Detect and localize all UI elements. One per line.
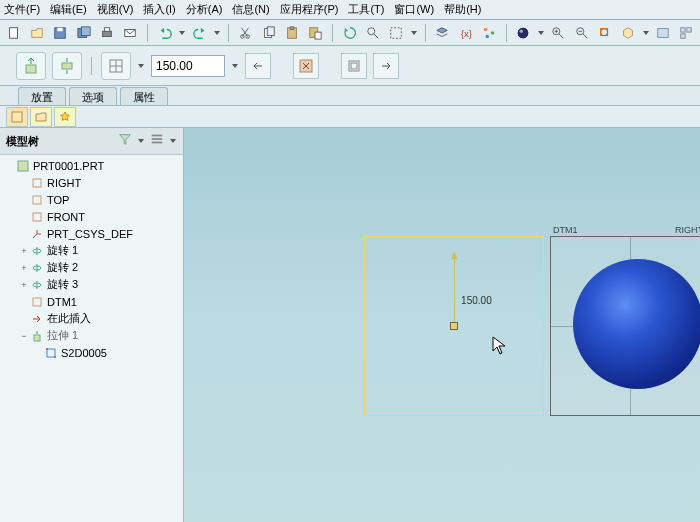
- depth-value-input[interactable]: [151, 55, 225, 77]
- tree-extrude-1[interactable]: −拉伸 1: [0, 327, 183, 344]
- model-tree-tab[interactable]: [6, 107, 28, 127]
- svg-rect-41: [152, 138, 163, 140]
- email-icon[interactable]: [121, 23, 140, 43]
- favorites-tab[interactable]: [54, 107, 76, 127]
- menu-insert[interactable]: 插入(I): [143, 2, 175, 17]
- svg-rect-46: [33, 213, 41, 221]
- svg-rect-43: [18, 161, 28, 171]
- svg-rect-34: [62, 63, 72, 69]
- depth-dropdown[interactable]: [137, 56, 145, 76]
- tree-filter-icon[interactable]: [117, 131, 133, 147]
- tab-options[interactable]: 选项: [69, 87, 117, 105]
- graphics-area[interactable]: 150.00 DTM1 RIGHT: [184, 128, 700, 522]
- menu-analyze[interactable]: 分析(A): [186, 2, 223, 17]
- cut-icon[interactable]: [236, 23, 255, 43]
- tree-filter-dropdown[interactable]: [137, 131, 145, 151]
- extrude-both-icon[interactable]: [52, 52, 82, 80]
- undo-dropdown[interactable]: [178, 23, 186, 43]
- remove-material-icon[interactable]: [293, 53, 319, 79]
- open-file-icon[interactable]: [27, 23, 46, 43]
- flip-direction-icon[interactable]: [245, 53, 271, 79]
- menu-info[interactable]: 信息(N): [232, 2, 269, 17]
- main-toolbar: {x}: [0, 20, 700, 46]
- svg-point-21: [485, 34, 489, 38]
- thicken-icon[interactable]: [341, 53, 367, 79]
- menu-window[interactable]: 窗口(W): [394, 2, 434, 17]
- tree-revolve-2[interactable]: +旋转 2: [0, 259, 183, 276]
- copy-icon[interactable]: [259, 23, 278, 43]
- zoom-fit-icon[interactable]: [595, 23, 614, 43]
- menu-view[interactable]: 视图(V): [97, 2, 134, 17]
- menu-tools[interactable]: 工具(T): [348, 2, 384, 17]
- tree-datum-top[interactable]: TOP: [0, 191, 183, 208]
- folder-browser-tab[interactable]: [30, 107, 52, 127]
- tree-csys[interactable]: PRT_CSYS_DEF: [0, 225, 183, 242]
- svg-rect-2: [58, 27, 63, 31]
- svg-rect-51: [34, 335, 40, 341]
- model-tree-panel: 模型树 PRT0001.PRT RIGHT TOP FRONT PRT_CSYS…: [0, 128, 184, 522]
- layers-icon[interactable]: [433, 23, 452, 43]
- svg-rect-45: [33, 196, 41, 204]
- print-icon[interactable]: [97, 23, 116, 43]
- saved-views-icon[interactable]: [653, 23, 672, 43]
- tree-dtm1[interactable]: DTM1: [0, 293, 183, 310]
- redo-icon[interactable]: [190, 23, 209, 43]
- revolve-icon: [30, 261, 44, 275]
- svg-rect-30: [681, 27, 685, 31]
- tab-placement[interactable]: 放置: [18, 87, 66, 105]
- tree-sketch[interactable]: S2D0005: [0, 344, 183, 361]
- menu-help[interactable]: 帮助(H): [444, 2, 481, 17]
- zoom-in-icon[interactable]: [549, 23, 568, 43]
- tree-root[interactable]: PRT0001.PRT: [0, 157, 183, 174]
- tree-revolve-1[interactable]: +旋转 1: [0, 242, 183, 259]
- menu-apps[interactable]: 应用程序(P): [280, 2, 339, 17]
- separator: [147, 24, 148, 42]
- tab-properties[interactable]: 属性: [120, 87, 168, 105]
- depth-option-icon[interactable]: [101, 52, 131, 80]
- parameters-icon[interactable]: [479, 23, 498, 43]
- tree-datum-front[interactable]: FRONT: [0, 208, 183, 225]
- depth-value-dropdown[interactable]: [231, 56, 239, 76]
- zoom-out-icon[interactable]: [572, 23, 591, 43]
- orient-icon[interactable]: [618, 23, 637, 43]
- orient-dropdown[interactable]: [642, 23, 650, 43]
- svg-rect-29: [658, 28, 669, 37]
- save-copy-icon[interactable]: [74, 23, 93, 43]
- svg-point-27: [600, 28, 607, 35]
- flip-thicken-icon[interactable]: [373, 53, 399, 79]
- redo-dropdown[interactable]: [213, 23, 221, 43]
- svg-rect-13: [290, 26, 294, 29]
- dimension-value[interactable]: 150.00: [461, 295, 492, 306]
- svg-rect-5: [103, 31, 112, 36]
- paste-special-icon[interactable]: [306, 23, 325, 43]
- tree-settings-dropdown[interactable]: [169, 131, 177, 151]
- model-preview-window: DTM1 RIGHT: [550, 236, 700, 416]
- new-file-icon[interactable]: [4, 23, 23, 43]
- svg-rect-39: [12, 112, 22, 122]
- select-dropdown[interactable]: [410, 23, 418, 43]
- menu-edit[interactable]: 编辑(E): [50, 2, 87, 17]
- menu-file[interactable]: 文件(F): [4, 2, 40, 17]
- tree-settings-icon[interactable]: [149, 131, 165, 147]
- regenerate-icon[interactable]: [340, 23, 359, 43]
- tree-revolve-3[interactable]: +旋转 3: [0, 276, 183, 293]
- relations-icon[interactable]: {x}: [456, 23, 475, 43]
- datum-plane-icon: [30, 176, 44, 190]
- tree-datum-right[interactable]: RIGHT: [0, 174, 183, 191]
- tree-insert-here[interactable]: 在此插入: [0, 310, 183, 327]
- svg-rect-38: [351, 63, 357, 69]
- dimension-line: [454, 257, 455, 325]
- undo-icon[interactable]: [155, 23, 174, 43]
- sphere-model: [573, 259, 700, 389]
- svg-point-19: [484, 27, 488, 31]
- view-manager-icon[interactable]: [677, 23, 696, 43]
- save-icon[interactable]: [51, 23, 70, 43]
- svg-point-16: [368, 27, 375, 34]
- find-icon[interactable]: [363, 23, 382, 43]
- direction-arrow-icon: [451, 251, 457, 259]
- extrude-direction-icon[interactable]: [16, 52, 46, 80]
- appearance-dropdown[interactable]: [537, 23, 545, 43]
- select-icon[interactable]: [387, 23, 406, 43]
- appearance-icon[interactable]: [514, 23, 533, 43]
- paste-icon[interactable]: [282, 23, 301, 43]
